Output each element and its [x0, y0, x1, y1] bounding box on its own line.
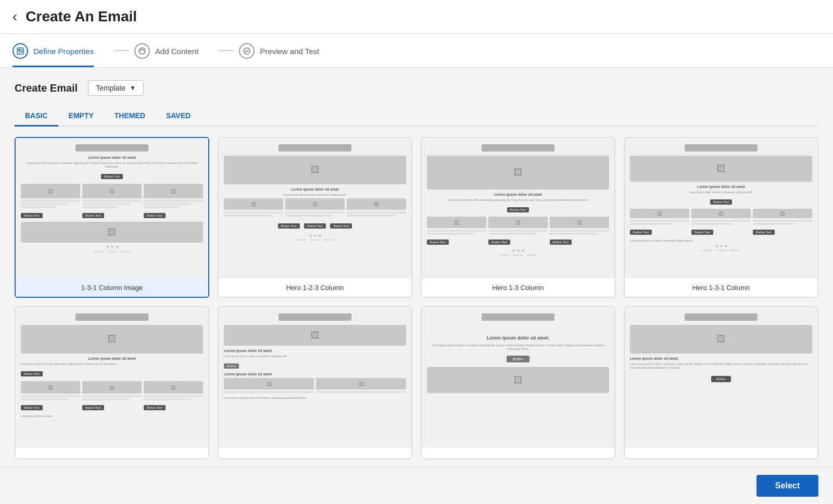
svg-point-5: [139, 48, 145, 54]
step-sep-2: [218, 50, 234, 51]
tabs-row: BASIC EMPTY THEMED SAVED: [15, 106, 818, 127]
step-add-content[interactable]: Add Content: [134, 34, 213, 67]
content-header: Create Email Template ▼: [15, 80, 818, 96]
step-content-label: Add Content: [155, 47, 198, 56]
page-title: Create An Email: [26, 8, 137, 25]
template-name-5: [16, 448, 208, 458]
template-name-4: Hero 1-3-1 Column: [625, 279, 817, 297]
template-dropdown[interactable]: Template ▼: [88, 80, 144, 96]
template-name-3: Hero 1-3 Column: [422, 279, 614, 297]
back-button[interactable]: ‹: [12, 9, 17, 24]
template-card-2[interactable]: 🖼 Lorem ipsum dolor sit amet Lorem ipsum…: [218, 137, 412, 298]
tab-empty[interactable]: EMPTY: [58, 106, 104, 127]
step-define-icon: [12, 43, 28, 59]
step-define-properties[interactable]: Define Properties: [12, 34, 108, 67]
step-content-icon: [134, 43, 150, 59]
bottom-bar: Select: [0, 467, 833, 472]
steps-bar: Define Properties Add Content Preview an…: [0, 34, 833, 68]
template-name-2: Hero 1-2-3 Column: [219, 279, 411, 297]
template-card-5[interactable]: 🖼 Lorem ipsum dolor sit amet Lorem ipsum…: [15, 306, 209, 459]
step-preview-icon: [239, 43, 255, 59]
step-preview-test[interactable]: Preview and Test: [239, 34, 334, 67]
svg-rect-1: [18, 49, 20, 51]
template-preview-8: 🖼 Lorem ipsum dolor sit amet. Lorem ipsu…: [625, 307, 817, 448]
template-card-8[interactable]: 🖼 Lorem ipsum dolor sit amet. Lorem ipsu…: [624, 306, 818, 459]
tab-themed[interactable]: THEMED: [104, 106, 156, 127]
template-card-7[interactable]: Lorem ipsum dolor sit amet. Lorem ipsum …: [421, 306, 615, 459]
template-card-6[interactable]: 🖼 Lorem ipsum dolor sit amet. Lorem ipsu…: [218, 306, 412, 459]
template-card-4[interactable]: 🖼 Lorem ipsum dolor sit amet Lorem ipsum…: [624, 137, 818, 298]
steps-row: Define Properties Add Content Preview an…: [12, 34, 821, 67]
template-preview-3: 🖼 Lorem ipsum dolor sit amet Lorem ipsum…: [422, 138, 614, 279]
template-dropdown-arrow: ▼: [130, 84, 136, 92]
tab-saved[interactable]: SAVED: [156, 106, 201, 127]
template-card-1[interactable]: Lorem ipsum dolor sit amet Lorem ipsum d…: [15, 137, 209, 298]
top-header: ‹ Create An Email: [0, 0, 833, 34]
content-title: Create Email: [15, 82, 78, 94]
step-preview-label: Preview and Test: [260, 47, 319, 56]
template-card-3[interactable]: 🖼 Lorem ipsum dolor sit amet Lorem ipsum…: [421, 137, 615, 298]
template-preview-4: 🖼 Lorem ipsum dolor sit amet Lorem ipsum…: [625, 138, 817, 279]
template-name-7: [422, 448, 614, 458]
template-preview-6: 🖼 Lorem ipsum dolor sit amet. Lorem ipsu…: [219, 307, 411, 448]
template-preview-2: 🖼 Lorem ipsum dolor sit amet Lorem ipsum…: [219, 138, 411, 279]
template-dropdown-label: Template: [96, 84, 125, 92]
template-name-6: [219, 448, 411, 458]
step-define-label: Define Properties: [33, 47, 94, 56]
template-name-8: [625, 448, 817, 458]
template-grid: Lorem ipsum dolor sit amet Lorem ipsum d…: [15, 137, 818, 459]
template-name-1: 1-3-1 Column Image: [16, 279, 208, 297]
template-preview-1: Lorem ipsum dolor sit amet Lorem ipsum d…: [16, 138, 208, 279]
step-sep-1: [113, 50, 129, 51]
template-preview-5: 🖼 Lorem ipsum dolor sit amet Lorem ipsum…: [16, 307, 208, 448]
template-preview-7: Lorem ipsum dolor sit amet. Lorem ipsum …: [422, 307, 614, 448]
content-area: Create Email Template ▼ BASIC EMPTY THEM…: [0, 68, 833, 472]
tab-basic[interactable]: BASIC: [15, 106, 58, 127]
